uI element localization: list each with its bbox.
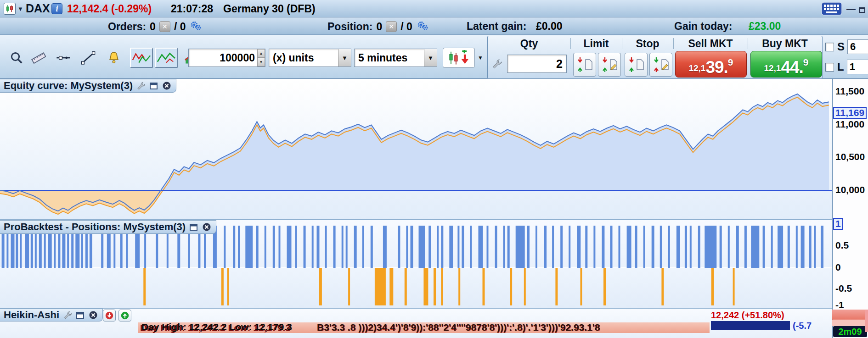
timeframe-dropdown-caret[interactable]: ▼ [424,49,437,66]
trend-line-tool-button[interactable] [78,48,98,68]
change-fragment-label: (-5.7 [793,321,812,331]
heikin-panel-title: Heikin-Ashi [4,309,59,321]
axis-current-value-badge: 11,169 [833,107,867,119]
timeframe-value: 5 minutes [355,52,424,64]
order-qty-input[interactable]: 2 [507,55,567,73]
limit-distance-input[interactable]: 1 [847,60,868,74]
symbol-label: DAX [26,2,50,15]
search-icon [10,51,23,65]
horizontal-line-tool-button[interactable] [53,48,73,68]
limit-checkbox[interactable] [825,63,834,72]
sell-marker-button[interactable] [103,310,116,321]
positions-panel-tab[interactable]: ProBacktest - Positions: MySystem(3) [0,220,216,234]
position-settings-icon[interactable] [416,19,429,34]
position-close-all-button[interactable]: ✕ [386,21,397,32]
minimize-button[interactable]: — [846,2,856,16]
axis-tick-label: 0 [835,261,841,273]
order-settings-button[interactable] [490,56,504,71]
day-range-label: Day High: 12,242.2 Low: 12,179.3 [141,321,292,332]
equity-curve-panel: Equity curve: MySystem(3) [0,79,832,220]
ruler-icon [31,50,46,65]
stop-header: Stop [622,37,673,50]
buy-mkt-button[interactable]: 12,1 44. 9 [750,51,822,78]
bell-icon [107,50,121,65]
price-change-label: 12,142.4 (-0.29%) [67,3,152,15]
position-count: 0 [376,21,382,33]
wrench-icon [491,58,502,69]
pattern-detector-button-1[interactable] [130,48,153,68]
stop-row: S 6 [825,39,868,55]
scrollbar-fragment[interactable] [865,310,868,332]
equity-curve-chart[interactable] [0,79,832,220]
stop-sell-button[interactable] [625,53,648,77]
orders-close-all-button[interactable]: ✕ [159,21,170,32]
axis-tick-label: -1 [835,299,844,311]
timeframe-select[interactable]: 5 minutes ▼ [354,49,437,67]
chart-type-button[interactable] [443,48,475,68]
maximize-icon [859,7,865,13]
sell-price-decimal: 9 [728,57,733,77]
maximize-button[interactable] [857,2,867,16]
stop-buy-button[interactable] [649,53,672,77]
clock-label: 21:07:28 [171,3,213,15]
sell-price-prefix: 12,1 [688,63,705,77]
bar-countdown-timer: 2m09 [833,326,867,337]
wrench-icon[interactable] [62,310,72,320]
limit-header: Limit [570,37,622,50]
stop-checkbox[interactable] [825,43,834,51]
info-button[interactable]: i [51,3,62,14]
buy-marker-button[interactable] [118,310,131,321]
orders-settings-icon[interactable] [189,19,202,34]
quantity-spinner[interactable]: ▲ ▼ [257,49,265,66]
wrench-icon[interactable] [136,81,146,91]
keyboard-button[interactable] [820,1,843,17]
close-icon[interactable] [88,310,98,320]
gain-today-value: £23.00 [749,20,781,33]
qty-header: Qty [488,37,570,50]
units-dropdown-caret[interactable]: ▼ [338,49,351,66]
axis-alert-block [832,310,868,320]
axis-tick-label: 10,500 [835,151,865,163]
limit-row-label: L [837,61,844,73]
equity-panel-title: Equity curve: MySystem(3) [4,80,133,92]
sell-price-main: 39. [705,60,727,77]
instrument-window-icon[interactable] [4,3,16,15]
window-icon[interactable] [189,222,198,232]
close-icon[interactable] [162,81,171,91]
pattern-detector-button-2[interactable] [155,48,178,68]
buy-price-main: 44. [781,60,803,77]
instrument-dropdown-caret[interactable]: ▼ [17,6,23,12]
zoom-tool-button[interactable] [6,48,27,68]
alert-tool-button[interactable] [104,48,124,68]
position-suffix: / 0 [400,21,412,33]
heikin-ashi-panel: Heikin-Ashi Day High: 12,242.2 Low: 12,1… [0,309,832,338]
spinner-up-icon[interactable]: ▲ [257,49,265,58]
overlapping-quotes-text: B3'3.3 .8 )))2)34.4')'8'9)):'88''2'4''''… [317,322,600,333]
title-bar: ▼ DAX i 12,142.4 (-0.29%) 21:07:28 Germa… [0,0,868,17]
heikin-panel-tab[interactable]: Heikin-Ashi [0,309,103,321]
chart-type-dropdown-caret[interactable]: ▼ [476,52,485,63]
buy-mkt-header: Buy MKT [748,37,822,50]
spinner-down-icon[interactable]: ▼ [257,58,265,66]
position-label: Position: [327,21,372,33]
red-down-arrow-icon [104,310,114,321]
axis-tick-label: -0.5 [835,283,852,294]
sell-mkt-button[interactable]: 12,1 39. 9 [675,51,747,78]
stop-distance-input[interactable]: 6 [847,39,868,54]
limit-buy-button[interactable] [598,53,621,77]
close-icon[interactable] [202,222,211,232]
limit-row: L 1 [825,59,868,75]
axis-alert-block-2 [832,320,868,326]
ruler-tool-button[interactable] [28,48,49,68]
candles-icon [5,4,14,13]
quantity-input[interactable]: 100000 ▲ ▼ [188,49,265,67]
latent-gain-label: Latent gain: [467,20,526,33]
limit-sell-button[interactable] [573,53,596,77]
units-select[interactable]: (x) units ▼ [269,49,351,67]
green-up-arrow-icon [120,310,130,321]
window-icon[interactable] [75,310,85,320]
quantity-value[interactable]: 100000 [189,52,257,64]
equity-panel-tab[interactable]: Equity curve: MySystem(3) [0,79,176,93]
zigzag-pattern-icon-2 [157,51,176,65]
window-icon[interactable] [149,81,158,91]
